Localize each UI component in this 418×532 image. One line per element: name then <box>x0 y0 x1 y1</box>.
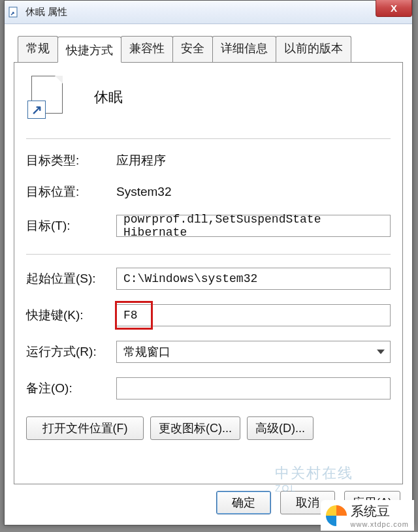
brand-name: 系统豆 <box>351 504 390 518</box>
change-icon-button[interactable]: 更改图标(C)... <box>150 416 240 440</box>
chevron-down-icon <box>377 350 385 354</box>
shortcut-large-icon: ↗ <box>26 76 69 119</box>
button-row: 打开文件位置(F) 更改图标(C)... 高级(D)... <box>26 416 391 440</box>
tab-previous-versions[interactable]: 以前的版本 <box>276 36 351 62</box>
tab-shortcut[interactable]: 快捷方式 <box>57 37 121 63</box>
row-target: 目标(T): powrprof.dll,SetSuspendState Hibe… <box>26 215 391 237</box>
shortcut-key-input[interactable]: F8 <box>116 304 391 326</box>
divider <box>26 138 391 139</box>
tab-compatibility[interactable]: 兼容性 <box>121 36 173 62</box>
open-file-location-button[interactable]: 打开文件位置(F) <box>26 416 144 440</box>
label-target: 目标(T): <box>26 217 116 234</box>
header-row: ↗ 休眠 <box>26 76 391 119</box>
row-target-location: 目标位置: System32 <box>26 183 391 200</box>
tab-general[interactable]: 常规 <box>18 36 58 62</box>
advanced-button[interactable]: 高级(D)... <box>247 416 314 440</box>
window-title: 休眠 属性 <box>25 6 67 18</box>
label-run: 运行方式(R): <box>26 343 116 360</box>
close-icon: X <box>391 3 397 14</box>
value-target-location: System32 <box>116 185 171 199</box>
label-start-in: 起始位置(S): <box>26 270 116 287</box>
shortcut-name: 休眠 <box>94 87 123 107</box>
tab-security[interactable]: 安全 <box>172 36 213 62</box>
label-target-type: 目标类型: <box>26 152 116 169</box>
ok-button[interactable]: 确定 <box>216 491 271 514</box>
content-area: 常规 快捷方式 兼容性 安全 详细信息 以前的版本 ↗ 休眠 目标类型: 应用程… <box>5 24 412 525</box>
comment-input[interactable] <box>116 377 391 399</box>
start-in-input[interactable]: C:\Windows\system32 <box>116 268 391 290</box>
row-run: 运行方式(R): 常规窗口 <box>26 341 391 363</box>
row-comment: 备注(O): <box>26 377 391 399</box>
row-start-in: 起始位置(S): C:\Windows\system32 <box>26 268 391 290</box>
tab-strip: 常规 快捷方式 兼容性 安全 详细信息 以前的版本 <box>14 36 403 63</box>
properties-dialog: 休眠 属性 X 常规 快捷方式 兼容性 安全 详细信息 以前的版本 ↗ 休眠 目… <box>4 0 413 525</box>
target-input[interactable]: powrprof.dll,SetSuspendState Hibernate <box>116 215 391 237</box>
value-target-type: 应用程序 <box>116 152 166 169</box>
tab-details[interactable]: 详细信息 <box>212 36 276 62</box>
label-target-location: 目标位置: <box>26 183 116 200</box>
brand-logo-icon <box>326 505 347 526</box>
arrow-icon: ↗ <box>27 101 46 119</box>
shortcut-file-icon <box>8 7 20 18</box>
label-comment: 备注(O): <box>26 380 116 397</box>
label-shortcut-key: 快捷键(K): <box>26 307 116 324</box>
tab-panel-shortcut: ↗ 休眠 目标类型: 应用程序 目标位置: System32 目标(T): po… <box>14 63 403 484</box>
titlebar: 休眠 属性 X <box>5 1 412 24</box>
row-shortcut-key: 快捷键(K): F8 <box>26 304 391 326</box>
run-select[interactable]: 常规窗口 <box>116 341 391 363</box>
close-button[interactable]: X <box>376 0 412 17</box>
brand-url: www.xtdpc.com <box>351 520 409 528</box>
brand-badge: 系统豆 www.xtdpc.com <box>321 500 414 531</box>
row-target-type: 目标类型: 应用程序 <box>26 152 391 169</box>
divider <box>26 254 391 255</box>
